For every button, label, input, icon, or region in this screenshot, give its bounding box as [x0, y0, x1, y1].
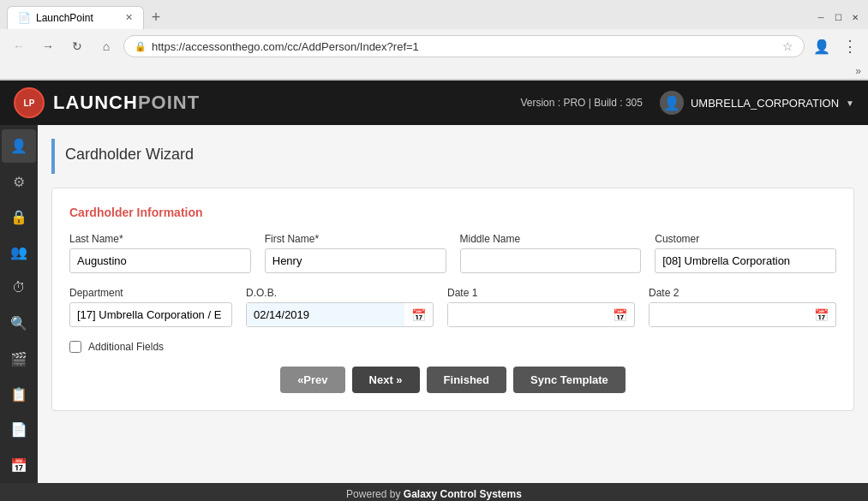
- browser-chrome: 📄 LaunchPoint ✕ + ─ ☐ ✕ ← → ↻ ⌂ 🔒 ☆ 👤 ⋮ …: [0, 0, 868, 81]
- calendar-icon: 📅: [10, 457, 27, 474]
- middle-name-label: Middle Name: [460, 233, 642, 245]
- search-icon: 🔍: [10, 315, 27, 331]
- url-input[interactable]: [152, 40, 777, 53]
- sidebar-item-clock[interactable]: ⏱: [2, 271, 36, 305]
- tab-close-button[interactable]: ✕: [125, 12, 133, 23]
- last-name-label: Last Name*: [69, 233, 251, 245]
- middle-name-group: Middle Name: [460, 233, 642, 273]
- version-info: Version : PRO | Build : 305: [520, 97, 643, 109]
- additional-fields-label: Additional Fields: [88, 341, 164, 353]
- minimize-button[interactable]: ─: [815, 11, 827, 23]
- dob-input-container: 📅: [246, 302, 434, 327]
- department-label: Department: [69, 287, 232, 299]
- reload-button[interactable]: ↻: [65, 34, 89, 58]
- users-icon: 👥: [10, 244, 27, 260]
- lock-icon: 🔒: [135, 41, 147, 52]
- additional-fields-checkbox[interactable]: [69, 341, 81, 353]
- browser-navbar: ← → ↻ ⌂ 🔒 ☆ 👤 ⋮: [0, 29, 868, 63]
- date2-group: Date 2 📅: [649, 287, 836, 327]
- browser-titlebar: 📄 LaunchPoint ✕ + ─ ☐ ✕: [0, 0, 868, 29]
- date1-group: Date 1 📅: [447, 287, 635, 327]
- clock-icon: ⏱: [12, 280, 26, 295]
- restore-button[interactable]: ☐: [832, 11, 844, 23]
- browser-menu-button[interactable]: ⋮: [839, 37, 861, 56]
- tab-page-icon: 📄: [18, 12, 31, 24]
- date2-label: Date 2: [649, 287, 836, 299]
- footer-company: Galaxy Control Systems: [404, 488, 522, 500]
- customer-input[interactable]: [655, 248, 836, 273]
- app-container: LP LAUNCHPOINT Version : PRO | Build : 3…: [0, 81, 868, 483]
- extensions-label: »: [855, 65, 861, 77]
- date1-input-container: 📅: [447, 302, 635, 327]
- sidebar-item-calendar[interactable]: 📅: [2, 449, 36, 482]
- browser-tab[interactable]: 📄 LaunchPoint ✕: [7, 6, 144, 29]
- customer-group: Customer: [655, 233, 836, 273]
- department-group: Department: [69, 287, 232, 327]
- content-area: Cardholder Wizard Cardholder Information…: [38, 125, 868, 483]
- user-menu-button[interactable]: 👤: [810, 34, 834, 58]
- reports-icon: 📋: [10, 386, 27, 403]
- logo-launch: LAUNCH: [53, 92, 138, 113]
- dob-calendar-icon[interactable]: 📅: [404, 308, 433, 322]
- sidebar-item-lock[interactable]: 🔒: [2, 200, 36, 234]
- middle-name-input[interactable]: [460, 248, 642, 273]
- forward-button[interactable]: →: [36, 34, 60, 58]
- address-bar[interactable]: 🔒 ☆: [123, 35, 805, 57]
- tab-title: LaunchPoint: [36, 12, 93, 24]
- sidebar: 👤 ⚙ 🔒 👥 ⏱ 🔍 🎬 📋 📄: [0, 125, 38, 483]
- first-name-group: First Name*: [265, 233, 446, 273]
- extensions-bar: »: [0, 63, 868, 80]
- top-bar: LP LAUNCHPOINT Version : PRO | Build : 3…: [0, 81, 868, 125]
- bookmark-icon[interactable]: ☆: [782, 39, 793, 53]
- date2-input[interactable]: [650, 303, 807, 326]
- sidebar-item-reports[interactable]: 📋: [2, 378, 36, 411]
- last-name-input[interactable]: [69, 248, 251, 273]
- user-info[interactable]: 👤 UMBRELLA_CORPORATION ▼: [660, 91, 854, 115]
- new-tab-button[interactable]: +: [144, 5, 168, 29]
- video-icon: 🎬: [10, 351, 27, 367]
- date1-calendar-icon[interactable]: 📅: [606, 308, 634, 322]
- next-button[interactable]: Next »: [352, 367, 420, 393]
- dob-input[interactable]: [247, 303, 404, 326]
- back-button[interactable]: ←: [7, 34, 31, 58]
- form-row-1: Last Name* First Name* Middle Name Custo…: [69, 233, 836, 273]
- customer-label: Customer: [655, 233, 836, 245]
- date2-input-container: 📅: [649, 302, 836, 327]
- date1-input[interactable]: [448, 303, 606, 326]
- user-dropdown-arrow: ▼: [846, 98, 854, 108]
- last-name-group: Last Name*: [69, 233, 251, 273]
- date1-label: Date 1: [447, 287, 635, 299]
- dob-group: D.O.B. 📅: [246, 287, 434, 327]
- finished-button[interactable]: Finished: [427, 367, 506, 393]
- username-label: UMBRELLA_CORPORATION: [691, 97, 839, 110]
- main-layout: 👤 ⚙ 🔒 👥 ⏱ 🔍 🎬 📋 📄: [0, 125, 868, 483]
- prev-button[interactable]: «Prev: [280, 367, 344, 393]
- sidebar-item-search[interactable]: 🔍: [2, 307, 36, 340]
- cardholder-card: Cardholder Information Last Name* First …: [51, 188, 854, 411]
- button-row: «Prev Next » Finished Sync Template: [69, 367, 836, 393]
- logo-point: POINT: [138, 92, 200, 113]
- department-input[interactable]: [69, 302, 232, 327]
- first-name-label: First Name*: [265, 233, 446, 245]
- sync-template-button[interactable]: Sync Template: [513, 367, 626, 393]
- settings-icon: ⚙: [13, 174, 25, 190]
- window-controls: ─ ☐ ✕: [815, 11, 861, 23]
- sidebar-item-users[interactable]: 👥: [2, 236, 36, 269]
- sidebar-item-video[interactable]: 🎬: [2, 342, 36, 375]
- user-avatar-icon: 👤: [660, 91, 684, 115]
- person-icon: 👤: [10, 138, 27, 154]
- dob-label: D.O.B.: [246, 287, 434, 299]
- close-button[interactable]: ✕: [849, 11, 861, 23]
- sidebar-item-document[interactable]: 📄: [2, 413, 36, 446]
- document-icon: 📄: [10, 421, 27, 438]
- sidebar-item-settings[interactable]: ⚙: [2, 164, 36, 198]
- date2-calendar-icon[interactable]: 📅: [807, 308, 835, 322]
- page-title: Cardholder Wizard: [51, 139, 854, 174]
- logo-text: LAUNCHPOINT: [53, 92, 200, 114]
- additional-fields-row: Additional Fields: [69, 341, 836, 353]
- footer: Powered by Galaxy Control Systems: [0, 483, 868, 501]
- sidebar-item-person[interactable]: 👤: [2, 129, 36, 163]
- lock-icon: 🔒: [10, 209, 27, 225]
- home-button[interactable]: ⌂: [94, 34, 118, 58]
- first-name-input[interactable]: [265, 248, 446, 273]
